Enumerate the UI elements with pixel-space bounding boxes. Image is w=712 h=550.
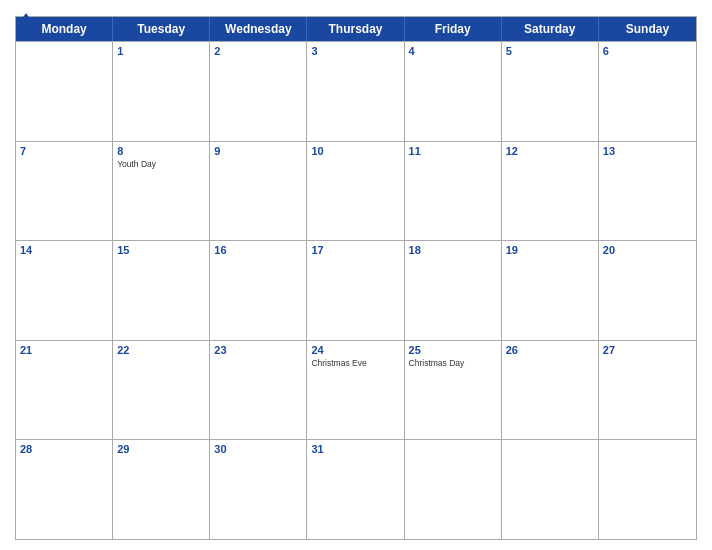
day-cell-20: 20 [599,241,696,340]
day-number: 2 [214,45,220,57]
day-number: 3 [311,45,317,57]
column-headers: MondayTuesdayWednesdayThursdayFridaySatu… [16,17,696,41]
day-number: 19 [506,244,518,256]
calendar-page: MondayTuesdayWednesdayThursdayFridaySatu… [0,0,712,550]
day-cell-28: 28 [16,440,113,539]
day-cell-5: 5 [502,42,599,141]
day-number: 31 [311,443,323,455]
day-cell-27: 27 [599,341,696,440]
day-number: 28 [20,443,32,455]
day-cell-6: 6 [599,42,696,141]
day-cell-10: 10 [307,142,404,241]
logo-icon [15,10,37,32]
day-number: 20 [603,244,615,256]
day-number: 1 [117,45,123,57]
col-header-saturday: Saturday [502,17,599,41]
col-header-thursday: Thursday [307,17,404,41]
day-cell-26: 26 [502,341,599,440]
day-cell-29: 29 [113,440,210,539]
day-cell-12: 12 [502,142,599,241]
day-cell-19: 19 [502,241,599,340]
day-number: 15 [117,244,129,256]
day-cell-1: 1 [113,42,210,141]
day-number: 26 [506,344,518,356]
day-cell-30: 30 [210,440,307,539]
day-number: 6 [603,45,609,57]
day-cell-14: 14 [16,241,113,340]
day-cell-empty [599,440,696,539]
day-number: 13 [603,145,615,157]
day-cell-empty [405,440,502,539]
week-row-4: 21222324Christmas Eve25Christmas Day2627 [16,340,696,440]
day-number: 23 [214,344,226,356]
col-header-sunday: Sunday [599,17,696,41]
day-cell-31: 31 [307,440,404,539]
day-cell-9: 9 [210,142,307,241]
day-number: 27 [603,344,615,356]
day-number: 18 [409,244,421,256]
day-number: 12 [506,145,518,157]
day-cell-16: 16 [210,241,307,340]
day-number: 24 [311,344,323,356]
logo [15,10,40,32]
day-cell-8: 8Youth Day [113,142,210,241]
day-number: 5 [506,45,512,57]
day-cell-22: 22 [113,341,210,440]
day-cell-24: 24Christmas Eve [307,341,404,440]
day-number: 7 [20,145,26,157]
day-number: 29 [117,443,129,455]
day-number: 25 [409,344,421,356]
day-cell-2: 2 [210,42,307,141]
day-number: 4 [409,45,415,57]
day-cell-17: 17 [307,241,404,340]
day-cell-11: 11 [405,142,502,241]
day-number: 21 [20,344,32,356]
col-header-friday: Friday [405,17,502,41]
week-row-3: 14151617181920 [16,240,696,340]
weeks-container: 12345678Youth Day91011121314151617181920… [16,41,696,539]
col-header-tuesday: Tuesday [113,17,210,41]
day-cell-25: 25Christmas Day [405,341,502,440]
event-label: Youth Day [117,159,205,169]
day-cell-15: 15 [113,241,210,340]
event-label: Christmas Day [409,358,497,368]
week-row-5: 28293031 [16,439,696,539]
week-row-1: 123456 [16,41,696,141]
day-cell-empty [502,440,599,539]
day-number: 30 [214,443,226,455]
day-number: 11 [409,145,421,157]
day-cell-18: 18 [405,241,502,340]
day-number: 10 [311,145,323,157]
day-number: 17 [311,244,323,256]
day-number: 16 [214,244,226,256]
day-cell-7: 7 [16,142,113,241]
day-cell-13: 13 [599,142,696,241]
day-number: 9 [214,145,220,157]
day-cell-21: 21 [16,341,113,440]
day-cell-empty [16,42,113,141]
day-number: 22 [117,344,129,356]
day-cell-23: 23 [210,341,307,440]
week-row-2: 78Youth Day910111213 [16,141,696,241]
day-cell-3: 3 [307,42,404,141]
col-header-wednesday: Wednesday [210,17,307,41]
calendar-grid: MondayTuesdayWednesdayThursdayFridaySatu… [15,16,697,540]
event-label: Christmas Eve [311,358,399,368]
day-cell-4: 4 [405,42,502,141]
day-number: 8 [117,145,123,157]
day-number: 14 [20,244,32,256]
